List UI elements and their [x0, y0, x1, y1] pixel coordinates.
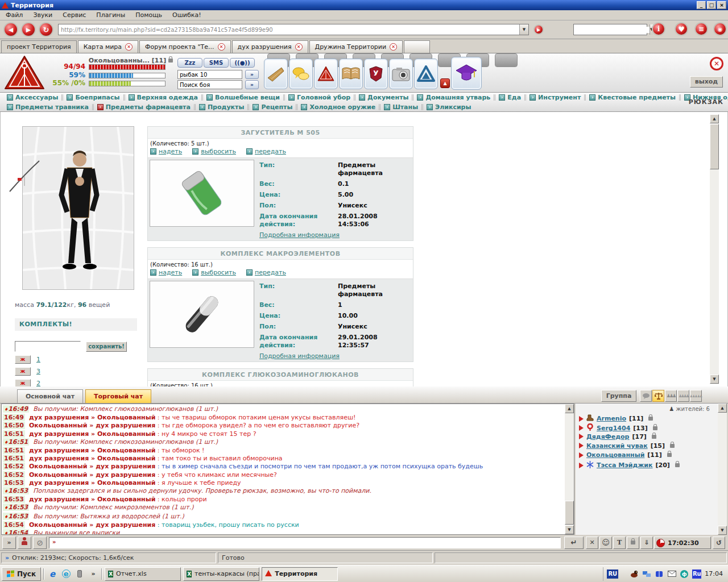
browser-tab-stub[interactable] — [404, 40, 430, 53]
people5-icon[interactable]: ♟♟♟♟♟ — [690, 390, 702, 402]
header-button-((●))[interactable]: ((●)) — [230, 58, 255, 68]
category-Еда[interactable]: ›Еда — [495, 94, 524, 101]
category-Продукты[interactable]: ›Продукты — [196, 103, 247, 111]
action-link[interactable]: надеть — [159, 269, 182, 276]
sender-name[interactable]: дух разрушения — [29, 479, 89, 487]
header-button-SMS[interactable]: SMS — [204, 58, 229, 68]
people4-icon[interactable]: ♟♟♟♟ — [677, 390, 689, 402]
phone-icon[interactable] — [74, 568, 85, 580]
character-name[interactable]: Окольцованны... [11] — [85, 57, 176, 64]
close-button[interactable]: × — [717, 1, 726, 9]
pm-arrow-icon[interactable] — [579, 443, 584, 448]
start-button[interactable]: Пуск — [2, 567, 41, 581]
download-icon[interactable]: ⇓ — [640, 537, 653, 549]
refresh-icon[interactable]: ↻ — [39, 22, 53, 37]
action-link[interactable]: выбросить — [201, 148, 236, 155]
task-Территория[interactable]: Территория — [262, 567, 338, 581]
dog-icon[interactable] — [630, 569, 639, 579]
sender-name[interactable]: Окольцованный — [29, 521, 87, 529]
residents-scrollbar[interactable]: ▲ ▼ — [718, 404, 727, 535]
people3-icon[interactable]: ♟♟♟ — [665, 390, 677, 402]
menu-item-Помощь[interactable]: Помощь — [135, 11, 162, 19]
action-link[interactable]: надеть — [159, 148, 182, 155]
forward-icon[interactable]: ▶ — [21, 22, 36, 37]
browser-tab[interactable]: дух разрушения✕ — [232, 40, 308, 53]
mail-icon[interactable] — [667, 569, 676, 579]
book-icon[interactable] — [339, 59, 363, 89]
sender-name[interactable]: дух разрушения — [29, 447, 89, 454]
smiley-icon[interactable]: ☺ — [599, 537, 612, 549]
scroll-down-icon[interactable]: ▼ — [718, 526, 727, 535]
set-link[interactable]: 1 — [36, 356, 40, 363]
recipient-name[interactable]: дух разрушения — [96, 463, 155, 470]
user-name-link[interactable]: Armenio — [597, 415, 626, 422]
action-передать[interactable]: ›передать — [246, 269, 286, 276]
pm-arrow-icon[interactable] — [579, 416, 584, 422]
action-выбросить[interactable]: ›выбросить — [192, 148, 236, 155]
go-icon[interactable]: ▶ — [533, 24, 544, 35]
block-icon[interactable]: ⊘ — [33, 537, 47, 549]
book-icon[interactable] — [655, 569, 664, 579]
scroll-up-icon[interactable]: ▲ — [710, 114, 719, 123]
menu-item-Ошибка![interactable]: Ошибка! — [172, 11, 201, 19]
task-тенты-каркасы (прайс ...[interactable]: Xтенты-каркасы (прайс ... — [183, 567, 259, 581]
clan-triangle-icon[interactable] — [314, 59, 338, 89]
close-icon[interactable]: ✕ — [586, 537, 598, 549]
category-Штаны[interactable]: ›Штаны — [380, 103, 421, 111]
text-format-icon[interactable]: T — [613, 537, 626, 549]
enter-icon[interactable]: ↵ — [564, 537, 584, 549]
scroll-down-icon[interactable]: ▼ — [565, 525, 574, 534]
category-Предметы фармацевта[interactable]: ›Предметы фармацевта — [94, 103, 194, 111]
category-Боеприпасы[interactable]: ›Боеприпасы — [63, 94, 123, 101]
action-передать[interactable]: ›передать — [246, 148, 286, 155]
ie-icon[interactable]: e — [47, 568, 58, 580]
recipient-name[interactable]: Окольцованный — [97, 414, 155, 421]
pm-arrow-icon[interactable] — [579, 425, 584, 431]
browser-tab[interactable]: Форум проекта "Те...✕ — [139, 40, 230, 53]
secondary-input[interactable] — [574, 27, 650, 33]
pm-arrow-icon[interactable] — [579, 452, 584, 458]
scroll-up-icon[interactable]: ▲ — [718, 404, 727, 413]
action-link[interactable]: выбросить — [201, 269, 236, 276]
heart-icon[interactable]: ♥ — [675, 22, 688, 36]
scroll-thumb[interactable] — [565, 501, 574, 525]
category-Домашняя утварь[interactable]: ›Домашняя утварь — [413, 94, 494, 101]
red-up-icon[interactable]: ▲ — [440, 78, 450, 88]
browser-icon[interactable]: e — [60, 568, 72, 580]
recipient-name[interactable]: дух разрушения — [96, 521, 155, 529]
tab-close-icon[interactable]: ✕ — [125, 43, 133, 51]
exit-button[interactable]: выход — [690, 76, 723, 88]
territory-triangle-icon[interactable] — [414, 59, 438, 89]
menu-item-Файл[interactable]: Файл — [6, 11, 23, 19]
scroll-up-icon[interactable]: ▲ — [565, 404, 574, 413]
sender-name[interactable]: дух разрушения — [29, 496, 89, 503]
battle-go-button[interactable]: » — [245, 80, 259, 89]
browser-tab[interactable]: проект Территория — [1, 40, 77, 53]
minimize-button[interactable]: _ — [697, 1, 706, 9]
fisher-go-button[interactable]: » — [245, 70, 259, 79]
sender-name[interactable]: Окольцованный — [29, 463, 87, 470]
recipient-name[interactable]: Окольцованный — [97, 496, 155, 503]
fisher-input[interactable] — [177, 70, 242, 79]
list-icon[interactable]: ≡ — [694, 22, 708, 36]
maximize-button[interactable]: □ — [707, 1, 716, 9]
network-icon[interactable] — [642, 569, 651, 579]
refresh-icon[interactable]: ↺ — [713, 537, 725, 549]
sender-name[interactable]: дух разрушения — [29, 430, 89, 438]
category-Верхняя одежда[interactable]: ›Верхняя одежда — [125, 94, 202, 101]
scroll-down-icon[interactable]: ▼ — [710, 375, 719, 384]
category-Аксессуары[interactable]: ›Аксессуары — [3, 94, 61, 101]
task-Отчет.xls[interactable]: XОтчет.xls — [105, 567, 181, 581]
category-Инструмент[interactable]: ›Инструмент — [526, 94, 584, 101]
address-input[interactable] — [59, 27, 519, 33]
set-link[interactable]: 2 — [36, 380, 40, 386]
chat-message-input[interactable] — [49, 537, 561, 548]
delete-set-button[interactable]: ж — [15, 379, 31, 386]
pm-arrow-icon[interactable] — [579, 463, 584, 468]
category-Документы[interactable]: ›Документы — [355, 94, 412, 101]
chevron-down-icon[interactable]: ▼ — [519, 24, 528, 35]
browser-tab[interactable]: Карта мира✕ — [78, 40, 138, 53]
shield-icon[interactable]: У — [364, 59, 388, 89]
tab-close-icon[interactable]: ✕ — [390, 43, 397, 51]
action-link[interactable]: передать — [255, 148, 286, 155]
